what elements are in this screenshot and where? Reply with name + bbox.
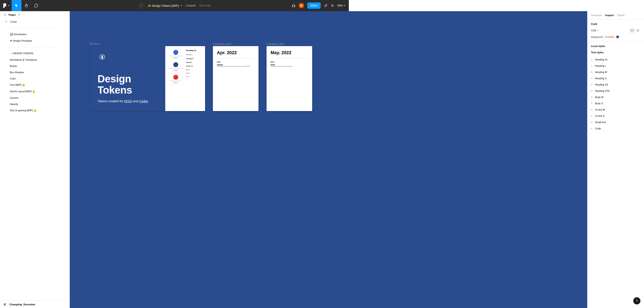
user-icon bbox=[140, 4, 143, 7]
comment-icon bbox=[34, 4, 38, 8]
pages-header[interactable]: Pages bbox=[0, 11, 70, 18]
frame-label-april[interactable]: Changelog_April bbox=[213, 43, 231, 45]
file-title[interactable]: ✨ Design Tokens [WIP] bbox=[147, 4, 182, 8]
chevron-down-icon bbox=[8, 5, 10, 7]
page-item[interactable]: Opacity bbox=[0, 101, 70, 107]
page-list: ✓Cover- - - - - - - - - - - - - - - - - … bbox=[0, 18, 70, 167]
pages-label: Pages bbox=[8, 14, 16, 16]
page-item[interactable]: ℹ️ Introduction bbox=[0, 31, 70, 38]
cover-frame[interactable]: Design Tokens Tokens created for OOUI an… bbox=[90, 46, 205, 111]
type-specimen-item: Heading XL bbox=[186, 49, 203, 52]
page-label: Font [WIP] ⚠️ bbox=[10, 84, 25, 86]
changelog-section: New bbox=[270, 61, 308, 63]
page-label: Border bbox=[10, 65, 17, 67]
page-label: ✨DESIGN TOKENS: bbox=[10, 52, 34, 55]
hand-tool-button[interactable] bbox=[22, 0, 31, 11]
page-divider: - - - - - - - - - - - - - - - - - - - - bbox=[0, 44, 70, 50]
cover-right-panel: background-color-progressive #3366CC bac… bbox=[165, 46, 205, 111]
color-swatch: background-color-progressive--active #2A… bbox=[167, 61, 184, 72]
changelog-body: Added border spec sheet with all the bor… bbox=[270, 66, 308, 67]
page-item[interactable]: ✨DESIGN TOKENS: bbox=[0, 50, 70, 57]
frame-icon bbox=[90, 43, 92, 45]
page-label: Color bbox=[10, 77, 16, 80]
page-item[interactable]: ✓Cover bbox=[0, 18, 70, 25]
main-menu-button[interactable] bbox=[0, 0, 12, 11]
zoom-control[interactable]: 33% bbox=[337, 4, 345, 7]
page-item[interactable]: Font [WIP] ⚠️ bbox=[0, 82, 70, 88]
color-swatch: background-color-destructive #DD3333 bbox=[167, 74, 184, 85]
changelog-april-frame[interactable]: Apr. 2022 New Opacities Added opacity to… bbox=[213, 46, 258, 111]
play-icon[interactable] bbox=[331, 4, 334, 7]
search-icon bbox=[4, 14, 6, 16]
changelog-body: Added opacity tokens spec sheet with all… bbox=[217, 66, 254, 67]
chevron-down-icon bbox=[180, 5, 182, 7]
changelog-may-frame[interactable]: May. 2022 New Border Added border spec s… bbox=[266, 46, 312, 111]
changelog-section: New bbox=[217, 61, 254, 63]
top-toolbar: ✨ Design Tokens [WIP] 1 branch View only… bbox=[0, 0, 349, 11]
changelog-sub: Border bbox=[270, 64, 308, 65]
page-item[interactable]: Size & spacing [WIP] ⚠️ bbox=[0, 107, 70, 114]
page-item[interactable]: Color bbox=[0, 75, 70, 82]
page-label: - - - - - - - - - - - - - - - - - - - - bbox=[10, 27, 56, 29]
page-divider: - - - - - - - - - - - - - - - - - - - - bbox=[0, 25, 70, 31]
type-specimen-item: Heading S bbox=[186, 61, 203, 64]
left-panel: Pages ✓Cover- - - - - - - - - - - - - - … bbox=[0, 11, 70, 167]
page-label: Size & spacing [WIP] ⚠️ bbox=[10, 109, 37, 112]
headphones-icon[interactable] bbox=[292, 4, 296, 8]
type-specimen-column: Heading XLHeading LHeading MHeading SHea… bbox=[186, 49, 203, 108]
frame-label-cover[interactable]: Cover bbox=[90, 43, 100, 45]
cover-title-line2: Tokens bbox=[98, 84, 158, 96]
hand-icon bbox=[24, 4, 28, 8]
page-label: Cover bbox=[10, 20, 17, 23]
cover-left-panel: Design Tokens Tokens created for OOUI an… bbox=[90, 46, 165, 111]
anonymous-user-avatar[interactable] bbox=[138, 3, 144, 9]
page-item[interactable]: Animations & Transitions bbox=[0, 57, 70, 63]
type-specimen-item: Heading XS bbox=[186, 65, 203, 67]
chevron-down-icon bbox=[344, 5, 345, 7]
page-item[interactable]: Border bbox=[0, 63, 70, 69]
cover-title-line1: Design bbox=[98, 73, 158, 85]
user-avatar[interactable]: B bbox=[299, 3, 304, 8]
type-specimen-item: Heading L bbox=[186, 53, 203, 56]
page-label: Box-Shadow bbox=[10, 71, 24, 74]
type-specimen-item: Body S bbox=[186, 75, 203, 78]
page-item[interactable]: Grid & Layout [WIP] ⚠️ bbox=[0, 88, 70, 95]
cursor-icon bbox=[14, 4, 18, 8]
page-label: Grid & Layout [WIP] ⚠️ bbox=[10, 90, 35, 93]
svg-point-1 bbox=[4, 14, 6, 16]
file-title-text: ✨ Design Tokens [WIP] bbox=[147, 4, 179, 8]
changelog-title: May. 2022 bbox=[270, 50, 308, 55]
branch-info[interactable]: 1 branch bbox=[185, 4, 196, 7]
comment-tool-button[interactable] bbox=[31, 0, 41, 11]
wikimedia-logo-icon bbox=[98, 54, 107, 60]
canvas[interactable]: Cover Design Tokens Tokens created for O… bbox=[70, 11, 349, 167]
page-label: - - - - - - - - - - - - - - - - - - - - bbox=[10, 46, 56, 48]
figma-logo-icon bbox=[3, 3, 6, 8]
svg-point-0 bbox=[141, 5, 142, 6]
page-label: ℹ️ Introduction bbox=[10, 33, 26, 36]
move-tool-button[interactable] bbox=[12, 0, 22, 11]
page-label: Animations & Transitions bbox=[10, 58, 37, 61]
page-item[interactable]: Cursors bbox=[0, 95, 70, 101]
share-button[interactable]: Share bbox=[307, 3, 321, 9]
svg-rect-2 bbox=[90, 43, 92, 45]
cover-subtitle: Tokens created for OOUI and Codex bbox=[98, 99, 158, 103]
svg-point-4 bbox=[102, 55, 103, 57]
frame-label-may[interactable]: Changelog_May bbox=[266, 43, 284, 45]
changelog-title: Apr. 2022 bbox=[217, 50, 254, 55]
color-swatch: background-color-progressive #3366CC bbox=[167, 49, 184, 60]
page-item[interactable]: 👁 Design Principles bbox=[0, 38, 70, 44]
type-specimen-item: Body L bbox=[186, 69, 203, 71]
view-mode-label: View only bbox=[199, 4, 210, 7]
page-item[interactable]: Box-Shadow bbox=[0, 69, 70, 75]
page-label: 👁 Design Principles bbox=[10, 39, 32, 42]
checkmark-icon: ✓ bbox=[5, 20, 8, 23]
link-icon[interactable] bbox=[324, 4, 328, 8]
page-label: Opacity bbox=[10, 103, 18, 105]
type-specimen-item: Heading M bbox=[186, 57, 203, 60]
changelog-sub: Opacities bbox=[217, 64, 254, 65]
chevron-up-icon bbox=[18, 14, 20, 16]
page-label: Cursors bbox=[10, 97, 18, 99]
type-specimen-item: Body M bbox=[186, 72, 203, 74]
